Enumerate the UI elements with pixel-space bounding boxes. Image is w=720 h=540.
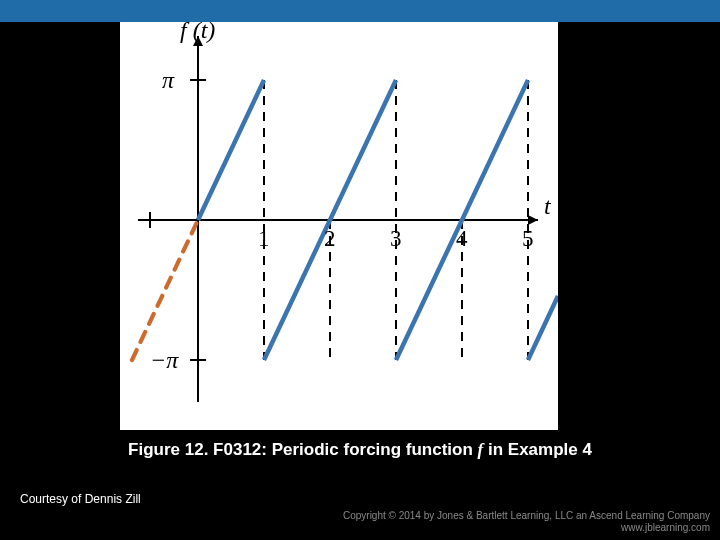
plot-svg: f (t) t π −π 1 2 3 4 5 bbox=[120, 22, 558, 430]
copyright-line-2: www.jblearning.com bbox=[343, 522, 710, 534]
xtick-2: 2 bbox=[324, 226, 336, 251]
extension-dashed bbox=[132, 220, 198, 360]
top-bar bbox=[0, 0, 720, 22]
x-axis-label: t bbox=[544, 193, 552, 219]
xtick-1: 1 bbox=[258, 226, 270, 251]
seg-5-plus bbox=[528, 296, 558, 360]
figure-caption: Figure 12. F0312: Periodic forcing funct… bbox=[0, 440, 720, 460]
y-axis-label: f (t) bbox=[180, 22, 215, 43]
caption-suffix: in Example 4 bbox=[483, 440, 592, 459]
xtick-3: 3 bbox=[390, 226, 402, 251]
caption-prefix: Figure 12. F0312: Periodic forcing funct… bbox=[128, 440, 478, 459]
slide: f (t) t π −π 1 2 3 4 5 Figure 12. F0312:… bbox=[0, 0, 720, 540]
copyright-line-1: Copyright © 2014 by Jones & Bartlett Lea… bbox=[343, 510, 710, 522]
ytick-bottom-label: −π bbox=[150, 347, 179, 373]
xtick-4: 4 bbox=[456, 226, 468, 251]
ytick-top-label: π bbox=[162, 67, 175, 93]
copyright-block: Copyright © 2014 by Jones & Bartlett Lea… bbox=[343, 510, 710, 534]
xtick-5: 5 bbox=[522, 226, 534, 251]
x-axis-arrow bbox=[528, 215, 538, 225]
seg-0-1 bbox=[198, 80, 264, 220]
courtesy-text: Courtesy of Dennis Zill bbox=[20, 492, 141, 506]
plot-panel: f (t) t π −π 1 2 3 4 5 bbox=[120, 22, 558, 430]
